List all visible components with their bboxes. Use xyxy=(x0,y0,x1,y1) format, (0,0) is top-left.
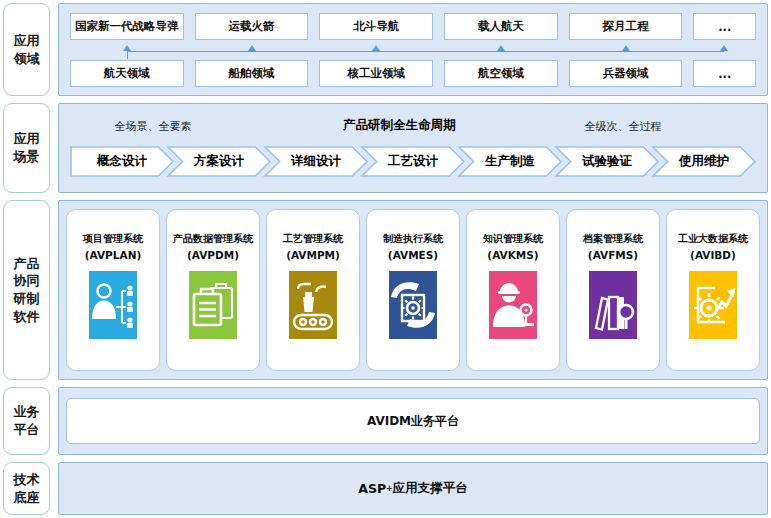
stage-label: 试验验证 xyxy=(555,146,659,177)
card-code: (AVIBD) xyxy=(690,249,736,261)
lifecycle-stages: 概念设计 方案设计 详细设计 工艺设计 xyxy=(70,146,756,177)
connector-line xyxy=(127,51,724,52)
hands-gear-icon xyxy=(389,271,437,339)
lifecycle-title: 产品研制全生命周期 xyxy=(343,117,456,134)
stage-label: 详细设计 xyxy=(264,146,368,177)
asp-superscript: + xyxy=(386,484,393,493)
fields-row: 航天领域 船舶领域 核工业领域 航空领域 兵器领域 ... xyxy=(70,60,756,87)
card-code: (AVKMS) xyxy=(487,249,538,261)
asp-suffix: 应用支撑平台 xyxy=(393,480,468,497)
program-box: 运载火箭 xyxy=(195,13,309,40)
stage-chevron: 概念设计 xyxy=(70,146,174,177)
section-label-platform: 业务 平台 xyxy=(3,387,50,455)
stage-label: 概念设计 xyxy=(70,146,174,177)
field-box: 航天领域 xyxy=(70,60,184,87)
card-code: (AVPLAN) xyxy=(85,249,141,261)
section-label-line: 业务 xyxy=(14,403,40,421)
field-box: 航空领域 xyxy=(444,60,558,87)
card-code: (AVPDM) xyxy=(187,249,239,261)
card-title: 工艺管理系统 xyxy=(283,232,343,246)
up-arrow-icon xyxy=(497,45,505,51)
software-card-avplan: 项目管理系统 (AVPLAN) xyxy=(66,209,160,371)
up-arrow-icon xyxy=(372,45,380,51)
books-magnifier-icon xyxy=(589,271,637,339)
card-code: (AVFMS) xyxy=(588,249,638,261)
software-panel: 项目管理系统 (AVPLAN) 产品数据管理系 xyxy=(58,200,768,380)
note-all-process: 全级次、全过程 xyxy=(585,119,662,134)
stage-label: 生产制造 xyxy=(458,146,562,177)
note-all-scenes: 全场景、全要素 xyxy=(115,119,192,134)
section-label-domains: 应用 领域 xyxy=(3,3,50,96)
stage-chevron: 详细设计 xyxy=(264,146,368,177)
section-label-line: 研制 xyxy=(14,290,40,308)
section-label-scenarios: 应用 场景 xyxy=(3,103,50,193)
software-card-avkms: 知识管理系统 (AVKMS) xyxy=(466,209,560,371)
up-arrow-icon xyxy=(720,45,728,51)
platform-panel: AVIDM业务平台 xyxy=(58,387,768,455)
card-title: 制造执行系统 xyxy=(383,232,443,246)
section-label-line: 软件 xyxy=(14,308,40,326)
card-title: 工业大数据系统 xyxy=(678,232,748,246)
field-box: 核工业领域 xyxy=(319,60,433,87)
section-label-line: 底座 xyxy=(14,489,40,507)
asp-platform-title: ASP+应用支撑平台 xyxy=(59,463,767,514)
up-arrow-icon xyxy=(622,45,630,51)
briefcase-icon xyxy=(189,271,237,339)
stage-chevron: 方案设计 xyxy=(167,146,271,177)
stage-label: 工艺设计 xyxy=(361,146,465,177)
row-business-platform: 业务 平台 AVIDM业务平台 xyxy=(3,387,768,455)
stage-label: 使用维护 xyxy=(652,146,756,177)
field-box-ellipsis: ... xyxy=(693,60,756,87)
programs-row: 国家新一代战略导弹 运载火箭 北斗导航 载人航天 探月工程 ... xyxy=(70,13,756,40)
stage-chevron: 使用维护 xyxy=(652,146,756,177)
program-box: 国家新一代战略导弹 xyxy=(70,13,184,40)
software-card-avfms: 档案管理系统 (AVFMS) xyxy=(566,209,660,371)
row-application-scenarios: 应用 场景 全场景、全要素 产品研制全生命周期 全级次、全过程 概念设计 xyxy=(3,103,768,193)
row-technology-base: 技术 底座 ASP+应用支撑平台 xyxy=(3,462,768,515)
section-label-line: 产品 xyxy=(14,255,40,273)
section-label-line: 应用 xyxy=(14,130,40,148)
architecture-diagram: 应用 领域 国家新一代战略导弹 运载火箭 北斗导航 载人航天 探月工程 ... xyxy=(0,0,771,518)
up-arrow-icon xyxy=(123,45,131,51)
program-box-ellipsis: ... xyxy=(693,13,756,40)
stage-chevron: 试验验证 xyxy=(555,146,659,177)
card-code: (AVMES) xyxy=(388,249,438,261)
card-title: 档案管理系统 xyxy=(583,232,643,246)
program-box: 载人航天 xyxy=(444,13,558,40)
gear-trend-icon xyxy=(689,271,737,339)
domains-connector xyxy=(70,43,756,58)
card-code: (AVMPM) xyxy=(286,249,340,261)
program-box: 探月工程 xyxy=(569,13,683,40)
section-label-software: 产品 协同 研制 软件 xyxy=(3,200,50,380)
card-title: 项目管理系统 xyxy=(83,232,143,246)
program-box: 北斗导航 xyxy=(319,13,433,40)
row-application-domains: 应用 领域 国家新一代战略导弹 运载火箭 北斗导航 载人航天 探月工程 ... xyxy=(3,3,768,96)
asp-prefix: ASP xyxy=(358,481,386,496)
section-label-line: 协同 xyxy=(14,272,40,290)
scenarios-panel: 全场景、全要素 产品研制全生命周期 全级次、全过程 概念设计 方案设计 xyxy=(58,103,768,193)
section-label-base: 技术 底座 xyxy=(3,462,50,515)
software-card-avibd: 工业大数据系统 (AVIBD) xyxy=(666,209,760,371)
domains-panel: 国家新一代战略导弹 运载火箭 北斗导航 载人航天 探月工程 ... xyxy=(58,3,768,96)
software-card-avmpm: 工艺管理系统 (AVMPM) xyxy=(266,209,360,371)
avidm-platform-box: AVIDM业务平台 xyxy=(66,398,760,444)
worker-pin-icon xyxy=(489,271,537,339)
person-orgchart-icon xyxy=(89,271,137,339)
base-panel: ASP+应用支撑平台 xyxy=(58,462,768,515)
conveyor-machine-icon xyxy=(289,271,337,339)
section-label-line: 应用 xyxy=(14,32,40,50)
stage-label: 方案设计 xyxy=(167,146,271,177)
card-title: 产品数据管理系统 xyxy=(173,232,253,246)
row-software: 产品 协同 研制 软件 项目管理系统 (AVPLAN) xyxy=(3,200,768,380)
connector-stub xyxy=(127,51,128,59)
section-label-line: 场景 xyxy=(14,148,40,166)
card-title: 知识管理系统 xyxy=(483,232,543,246)
software-card-avmes: 制造执行系统 (AVMES) xyxy=(366,209,460,371)
up-arrow-icon xyxy=(248,45,256,51)
section-label-line: 领域 xyxy=(14,50,40,68)
section-label-line: 平台 xyxy=(14,421,40,439)
field-box: 兵器领域 xyxy=(569,60,683,87)
software-card-avpdm: 产品数据管理系统 (AVPDM) xyxy=(166,209,260,371)
field-box: 船舶领域 xyxy=(195,60,309,87)
section-label-line: 技术 xyxy=(14,471,40,489)
